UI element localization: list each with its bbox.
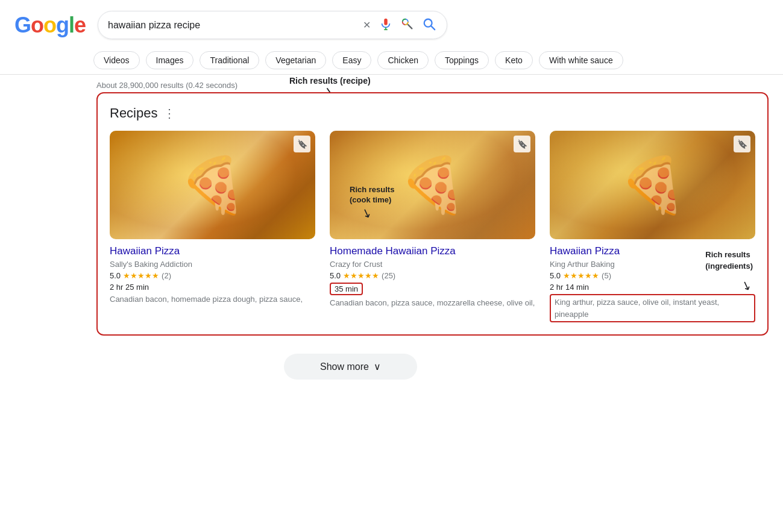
search-icon (423, 17, 436, 33)
recipe-ingredients-1: Canadian bacon, homemade pizza dough, pi… (110, 294, 315, 305)
chip-with-white-sauce[interactable]: With white sauce (539, 51, 623, 69)
svg-point-8 (424, 19, 432, 27)
recipe-rating-1: 5.0 ★★★★★ (2) (110, 271, 315, 280)
svg-line-9 (432, 27, 435, 30)
rating-value-1: 5.0 (110, 271, 121, 280)
logo-g2: g (56, 13, 69, 38)
show-more-wrapper: Show more ∨ (0, 348, 783, 398)
rating-count-1: (2) (162, 271, 171, 280)
chip-vegetarian[interactable]: Vegetarian (265, 51, 326, 69)
chevron-down-icon: ∨ (374, 361, 381, 372)
chip-chicken[interactable]: Chicken (377, 51, 429, 69)
logo-o1: o (31, 13, 43, 38)
pizza-visual-3 (550, 131, 755, 239)
filter-chips: Videos Images Traditional Vegetarian Eas… (0, 46, 783, 75)
recipe-ingredients-3-highlighted: King arthur, pizza sauce, olive oil, ins… (550, 294, 755, 322)
logo-l: l (69, 13, 74, 38)
bookmark-icon-3[interactable] (734, 136, 750, 152)
show-more-button[interactable]: Show more ∨ (284, 354, 417, 380)
more-options-button[interactable]: ⋮ (163, 106, 176, 120)
svg-line-7 (408, 25, 412, 28)
chip-traditional[interactable]: Traditional (200, 51, 259, 69)
chip-images[interactable]: Images (146, 51, 194, 69)
svg-rect-0 (384, 19, 388, 25)
results-count: About 28,900,000 results (0.42 seconds) (96, 81, 237, 90)
recipe-name-2[interactable]: Homemade Hawaiian Pizza (330, 245, 535, 257)
logo-g: G (14, 13, 31, 38)
recipe-card-3[interactable]: Hawaiian Pizza King Arthur Baking 5.0 ★★… (550, 131, 755, 322)
lens-button[interactable] (400, 16, 415, 34)
recipe-source-2: Crazy for Crust (330, 260, 535, 269)
voice-search-button[interactable] (378, 16, 394, 34)
recipes-title: Recipes (110, 105, 157, 121)
recipe-image-3 (550, 131, 755, 239)
clear-button[interactable] (362, 18, 372, 32)
pizza-visual-1 (110, 131, 315, 239)
stars-2: ★★★★★ (343, 271, 379, 280)
recipe-card-2[interactable]: Homemade Hawaiian Pizza Crazy for Crust … (330, 131, 535, 322)
recipes-card: Recipes ⋮ Hawaiian Pizza Sally's Baking … (96, 92, 769, 336)
lens-icon (401, 17, 414, 33)
recipe-rating-2: 5.0 ★★★★★ (25) (330, 271, 535, 280)
recipe-name-1[interactable]: Hawaiian Pizza (110, 245, 315, 257)
cook-time-annotation: Rich results(cook time) ↘ (350, 185, 394, 220)
recipe-time-2-highlighted: 35 min (330, 283, 363, 295)
chip-videos[interactable]: Videos (93, 51, 140, 69)
header: G o o g l e (0, 0, 783, 46)
chip-keto[interactable]: Keto (495, 51, 533, 69)
search-bar (98, 11, 447, 39)
cook-time-arrow: ↘ (359, 204, 374, 221)
mic-icon (379, 17, 392, 33)
recipe-grid: Hawaiian Pizza Sally's Baking Addiction … (110, 131, 755, 322)
bookmark-icon-1[interactable] (294, 136, 310, 152)
chip-easy[interactable]: Easy (332, 51, 371, 69)
ingredients-annotation: Rich results(ingredients) ↙ (705, 249, 753, 286)
main-content: Recipes ⋮ Hawaiian Pizza Sally's Baking … (0, 92, 783, 336)
show-more-label: Show more (320, 361, 369, 372)
recipe-time-1: 2 hr 25 min (110, 283, 315, 292)
recipe-card-1[interactable]: Hawaiian Pizza Sally's Baking Addiction … (110, 131, 315, 322)
logo-e: e (74, 13, 86, 38)
search-input[interactable] (108, 20, 356, 31)
google-logo: G o o g l e (14, 13, 86, 38)
recipes-header: Recipes ⋮ (110, 105, 755, 121)
recipe-source-1: Sally's Baking Addiction (110, 260, 315, 269)
cook-time-label: Rich results(cook time) (350, 185, 394, 205)
logo-o2: o (43, 13, 56, 38)
recipe-image-1 (110, 131, 315, 239)
search-icons (362, 16, 437, 34)
rating-value-3: 5.0 (550, 271, 561, 280)
rating-value-2: 5.0 (330, 271, 341, 280)
chip-toppings[interactable]: Toppings (435, 51, 489, 69)
stars-3: ★★★★★ (563, 271, 599, 280)
recipe-ingredients-2: Canadian bacon, pizza sauce, mozzarella … (330, 298, 535, 308)
rating-count-2: (25) (382, 271, 395, 280)
search-button[interactable] (421, 16, 437, 34)
x-icon (363, 19, 371, 31)
rating-count-3: (5) (602, 271, 611, 280)
stars-1: ★★★★★ (123, 271, 159, 280)
bookmark-icon-2[interactable] (514, 136, 530, 152)
